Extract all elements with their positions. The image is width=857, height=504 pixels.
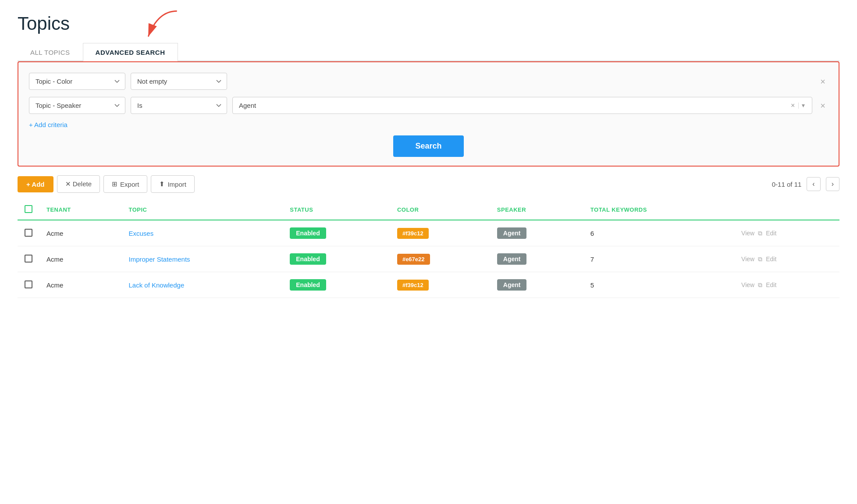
table-row: Acme Improper Statements Enabled #e67e22…	[18, 246, 839, 272]
row-color-1: #e67e22	[390, 246, 490, 272]
color-badge-0: #f39c12	[397, 228, 429, 239]
row-checkbox-2[interactable]	[25, 280, 32, 288]
criteria-row-2: Topic - Speaker Topic - Color Topic - St…	[29, 97, 828, 114]
row-status-1: Enabled	[283, 246, 390, 272]
criteria-2-clear-icon[interactable]: ×	[789, 102, 797, 110]
th-speaker: SPEAKER	[490, 200, 583, 220]
import-button[interactable]: ⬆ Import	[151, 175, 195, 193]
th-tenant: TENANT	[39, 200, 121, 220]
th-checkbox	[18, 200, 39, 220]
pagination-info: 0-11 of 11 ‹ ›	[772, 177, 839, 191]
row-keywords-2: 5	[583, 272, 734, 298]
status-badge-0: Enabled	[290, 227, 326, 239]
row-status-2: Enabled	[283, 272, 390, 298]
next-page-button[interactable]: ›	[826, 177, 839, 191]
criteria-2-operator[interactable]: Is Not empty Is not	[131, 97, 227, 114]
criteria-1-remove-button[interactable]: ×	[818, 77, 828, 86]
row-speaker-0: Agent	[490, 220, 583, 246]
export-icon: ⊞	[112, 180, 117, 188]
row-checkbox-cell	[18, 220, 39, 246]
row-speaker-2: Agent	[490, 272, 583, 298]
add-button[interactable]: + Add	[18, 176, 53, 192]
edit-icon-2: ⧉	[758, 281, 762, 289]
tabs-row: ALL TOPICS ADVANCED SEARCH	[18, 43, 839, 61]
th-status: STATUS	[283, 200, 390, 220]
color-badge-2: #f39c12	[397, 280, 429, 291]
row-topic-1[interactable]: Improper Statements	[121, 246, 283, 272]
criteria-2-value-input[interactable]	[237, 97, 789, 114]
delete-button[interactable]: ✕ Delete	[57, 175, 100, 193]
row-color-0: #f39c12	[390, 220, 490, 246]
criteria-2-field[interactable]: Topic - Speaker Topic - Color Topic - St…	[29, 97, 125, 114]
annotation-arrow	[132, 8, 184, 44]
table-row: Acme Lack of Knowledge Enabled #f39c12 A…	[18, 272, 839, 298]
row-speaker-1: Agent	[490, 246, 583, 272]
criteria-2-remove-button[interactable]: ×	[818, 101, 828, 110]
row-checkbox-cell	[18, 246, 39, 272]
row-color-2: #f39c12	[390, 272, 490, 298]
edit-link-0[interactable]: Edit	[766, 230, 776, 237]
row-topic-0[interactable]: Excuses	[121, 220, 283, 246]
topics-table: TENANT TOPIC STATUS COLOR SPEAKER TOTAL …	[18, 200, 839, 298]
th-topic: TOPIC	[121, 200, 283, 220]
export-button[interactable]: ⊞ Export	[103, 175, 147, 193]
criteria-row-1: Topic - Color Topic - Speaker Topic - St…	[29, 73, 828, 90]
advanced-search-panel: Topic - Color Topic - Speaker Topic - St…	[18, 61, 839, 167]
topic-link-2[interactable]: Lack of Knowledge	[128, 281, 184, 289]
row-actions-2: View ⧉ Edit	[734, 272, 839, 298]
color-badge-1: #e67e22	[397, 254, 430, 265]
toolbar: + Add ✕ Delete ⊞ Export ⬆ Import 0-11 of…	[18, 175, 839, 193]
table-row: Acme Excuses Enabled #f39c12 Agent 6 Vie…	[18, 220, 839, 246]
row-checkbox-0[interactable]	[25, 229, 32, 237]
status-badge-1: Enabled	[290, 253, 326, 265]
table-header-row: TENANT TOPIC STATUS COLOR SPEAKER TOTAL …	[18, 200, 839, 220]
status-badge-2: Enabled	[290, 279, 326, 291]
row-checkbox-cell	[18, 272, 39, 298]
th-total-keywords: TOTAL KEYWORDS	[583, 200, 734, 220]
row-actions-0: View ⧉ Edit	[734, 220, 839, 246]
speaker-badge-1: Agent	[497, 253, 527, 265]
edit-icon-0: ⧉	[758, 230, 762, 237]
criteria-1-field[interactable]: Topic - Color Topic - Speaker Topic - St…	[29, 73, 125, 90]
view-link-1[interactable]: View	[741, 256, 754, 263]
edit-icon-1: ⧉	[758, 256, 762, 263]
row-checkbox-1[interactable]	[25, 255, 32, 263]
add-criteria-link[interactable]: + Add criteria	[29, 121, 828, 128]
th-color: COLOR	[390, 200, 490, 220]
row-keywords-1: 7	[583, 246, 734, 272]
search-button[interactable]: Search	[393, 135, 463, 157]
criteria-2-value-wrap: × ▼	[232, 97, 812, 114]
select-all-checkbox[interactable]	[25, 205, 32, 213]
row-tenant-0: Acme	[39, 220, 121, 246]
row-tenant-1: Acme	[39, 246, 121, 272]
import-icon: ⬆	[159, 180, 165, 188]
row-actions-1: View ⧉ Edit	[734, 246, 839, 272]
view-link-0[interactable]: View	[741, 230, 754, 237]
edit-link-1[interactable]: Edit	[766, 256, 776, 263]
edit-link-2[interactable]: Edit	[766, 281, 776, 288]
row-keywords-0: 6	[583, 220, 734, 246]
speaker-badge-0: Agent	[497, 227, 527, 239]
row-topic-2[interactable]: Lack of Knowledge	[121, 272, 283, 298]
topic-link-0[interactable]: Excuses	[128, 230, 153, 237]
view-link-2[interactable]: View	[741, 281, 754, 288]
th-actions	[734, 200, 839, 220]
criteria-2-dropdown-icon[interactable]: ▼	[798, 103, 807, 109]
tab-all-topics[interactable]: ALL TOPICS	[18, 43, 83, 61]
topic-link-1[interactable]: Improper Statements	[128, 256, 190, 263]
tab-advanced-search[interactable]: ADVANCED SEARCH	[83, 43, 178, 61]
row-tenant-2: Acme	[39, 272, 121, 298]
prev-page-button[interactable]: ‹	[807, 177, 820, 191]
search-btn-row: Search	[29, 135, 828, 157]
row-status-0: Enabled	[283, 220, 390, 246]
speaker-badge-2: Agent	[497, 279, 527, 291]
criteria-1-operator[interactable]: Not empty Is Is not	[131, 73, 227, 90]
